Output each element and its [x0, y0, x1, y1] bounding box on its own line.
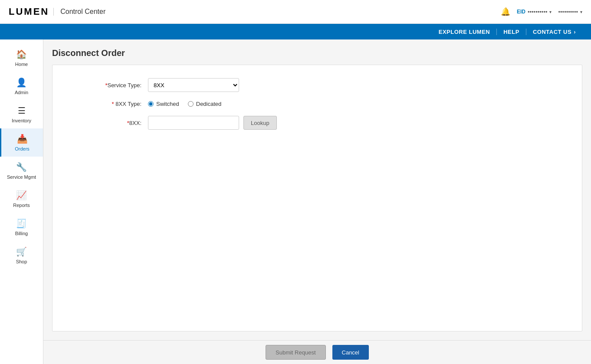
- contact-arrow-icon: ›: [574, 29, 576, 35]
- sidebar: 🏠 Home 👤 Admin ☰ Inventory 📥 Orders 🔧 Se…: [0, 39, 43, 364]
- 8xx-type-radio-group: Switched Dedicated: [148, 101, 221, 107]
- user-dropdown[interactable]: •••••••••• ▾: [558, 9, 582, 15]
- eid-label: EID: [517, 9, 525, 15]
- dedicated-label: Dedicated: [196, 101, 222, 107]
- dedicated-radio-option[interactable]: Dedicated: [188, 101, 222, 107]
- sidebar-item-inventory[interactable]: ☰ Inventory: [0, 100, 43, 128]
- sidebar-label-admin: Admin: [15, 90, 28, 95]
- switched-label: Switched: [156, 101, 179, 107]
- sidebar-item-home[interactable]: 🏠 Home: [0, 44, 43, 72]
- sidebar-label-orders: Orders: [15, 146, 30, 151]
- header-right: 🔔 EID •••••••••• ▾ •••••••••• ▾: [501, 7, 582, 16]
- service-type-label: *Service Type:: [61, 82, 148, 89]
- service-type-select[interactable]: 8XX Voice Data Internet: [148, 78, 239, 92]
- sidebar-label-shop: Shop: [16, 259, 27, 264]
- blue-nav: EXPLORE LUMEN HELP CONTACT US ›: [0, 24, 591, 39]
- sidebar-item-service-mgmt[interactable]: 🔧 Service Mgmt: [0, 157, 43, 185]
- sidebar-label-service-mgmt: Service Mgmt: [7, 174, 36, 180]
- sidebar-item-orders[interactable]: 📥 Orders: [0, 128, 43, 157]
- 8xx-required-star: *: [127, 120, 129, 126]
- cancel-button[interactable]: Cancel: [332, 345, 369, 360]
- orders-icon: 📥: [17, 134, 28, 144]
- dedicated-radio[interactable]: [188, 101, 194, 107]
- content-area: Disconnect Order *Service Type: 8XX Voic…: [43, 39, 591, 340]
- explore-lumen-link[interactable]: EXPLORE LUMEN: [432, 29, 497, 35]
- 8xx-field-row: *8XX: Lookup: [61, 116, 573, 130]
- switched-radio[interactable]: [148, 101, 154, 107]
- page-title: Disconnect Order: [52, 48, 582, 58]
- 8xx-type-label: * 8XX Type:: [61, 101, 148, 107]
- lookup-button[interactable]: Lookup: [243, 116, 277, 130]
- eid-value: ••••••••••: [528, 9, 548, 15]
- admin-icon: 👤: [16, 77, 27, 88]
- sidebar-label-inventory: Inventory: [12, 118, 31, 123]
- billing-icon: 🧾: [16, 218, 27, 229]
- footer-bar: Submit Request Cancel: [43, 340, 591, 364]
- eid-chevron-icon: ▾: [549, 10, 552, 14]
- user-value: ••••••••••: [558, 9, 578, 15]
- 8xx-type-row: * 8XX Type: Switched Dedicated: [61, 101, 573, 107]
- sidebar-label-billing: Billing: [15, 231, 28, 236]
- service-type-required-star: *: [105, 82, 107, 89]
- 8xx-input[interactable]: [148, 116, 239, 130]
- reports-icon: 📈: [16, 190, 27, 200]
- form-card: *Service Type: 8XX Voice Data Internet *…: [52, 65, 582, 331]
- sidebar-label-reports: Reports: [13, 203, 30, 208]
- sidebar-item-reports[interactable]: 📈 Reports: [0, 185, 43, 213]
- logo-text: LUMEN: [9, 6, 49, 17]
- user-chevron-icon: ▾: [580, 10, 582, 14]
- eid-dropdown[interactable]: EID •••••••••• ▾: [517, 9, 552, 15]
- sidebar-label-home: Home: [15, 62, 28, 67]
- service-type-row: *Service Type: 8XX Voice Data Internet: [61, 78, 573, 92]
- app-title: Control Center: [53, 8, 105, 16]
- top-header: LUMEN Control Center 🔔 EID •••••••••• ▾ …: [0, 0, 591, 24]
- home-icon: 🏠: [16, 49, 27, 59]
- inventory-icon: ☰: [18, 105, 26, 116]
- help-link[interactable]: HELP: [497, 29, 526, 35]
- sidebar-item-admin[interactable]: 👤 Admin: [0, 72, 43, 100]
- submit-request-button[interactable]: Submit Request: [266, 345, 326, 360]
- sidebar-item-shop[interactable]: 🛒 Shop: [0, 241, 43, 269]
- 8xx-type-required-star: *: [112, 101, 114, 107]
- sidebar-item-billing[interactable]: 🧾 Billing: [0, 213, 43, 241]
- shop-icon: 🛒: [16, 246, 27, 257]
- 8xx-field-label: *8XX:: [61, 120, 148, 126]
- logo: LUMEN: [9, 6, 49, 17]
- bell-icon[interactable]: 🔔: [501, 7, 510, 16]
- main-layout: 🏠 Home 👤 Admin ☰ Inventory 📥 Orders 🔧 Se…: [0, 39, 591, 364]
- switched-radio-option[interactable]: Switched: [148, 101, 179, 107]
- service-mgmt-icon: 🔧: [16, 162, 27, 172]
- contact-us-link[interactable]: CONTACT US ›: [526, 29, 582, 35]
